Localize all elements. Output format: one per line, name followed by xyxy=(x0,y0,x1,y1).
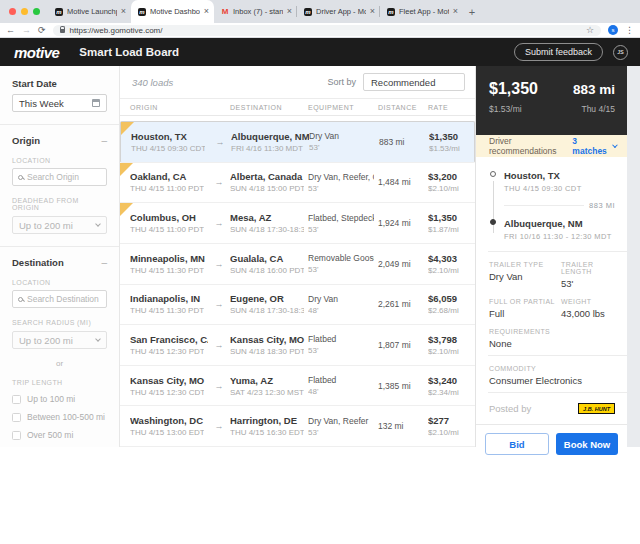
equipment: Dry Van, Reefer, Cone xyxy=(308,172,374,182)
deadhead-label: DEADHEAD FROM ORIGIN xyxy=(12,197,107,211)
search-radius-select[interactable]: Up to 200 mi xyxy=(12,331,107,349)
load-row-selected[interactable]: Houston, TXTHU 4/15 09:30 CDT → Albuquer… xyxy=(120,121,475,163)
destination-search-input[interactable] xyxy=(27,294,101,304)
rate: $277 xyxy=(428,415,471,426)
close-window-icon[interactable] xyxy=(9,8,16,15)
rate-per-mile: $2.10/mi xyxy=(428,184,471,193)
chevron-down-icon xyxy=(612,142,617,147)
tab-close-icon[interactable]: × xyxy=(287,7,292,16)
load-row[interactable]: Minneapolis, MNTHU 4/15 11:30 PDT → Gual… xyxy=(120,244,475,285)
load-row[interactable]: Indianapolis, INTHU 4/15 11:30 PDT → Eug… xyxy=(120,285,475,326)
deadhead-select[interactable]: Up to 200 mi xyxy=(12,216,107,234)
commodity-value: Consumer Electronics xyxy=(489,375,617,386)
load-row[interactable]: Columbus, OHTHU 4/15 11:00 PDT → Mesa, A… xyxy=(120,203,475,244)
rate: $3,798 xyxy=(428,334,471,345)
load-row[interactable]: San Francisco, CATHU 4/15 12:30 PDT → Ka… xyxy=(120,325,475,366)
or-divider-label: or xyxy=(12,359,107,368)
browser-tab-fleet-app[interactable]: m Fleet App - Motive × xyxy=(380,0,463,23)
browser-tab-driver-app[interactable]: m Driver App - Motive × xyxy=(297,0,380,23)
price-summary-card: $1,350 883 mi $1.53/mi Thu 4/15 xyxy=(476,66,627,135)
dest-city: Gualala, CA xyxy=(230,253,304,264)
matches-link[interactable]: 3 matches xyxy=(572,136,617,156)
trip-length-option[interactable]: Up to 100 mi xyxy=(12,394,107,404)
origin-time: THU 4/15 09:30 CDT xyxy=(131,144,205,153)
col-distance: DISTANCE xyxy=(378,104,428,111)
checkbox-icon[interactable] xyxy=(12,431,21,440)
bookmark-star-icon[interactable]: ☆ xyxy=(586,25,594,35)
checkbox-icon[interactable] xyxy=(12,413,21,422)
origin-search-box[interactable] xyxy=(12,168,107,186)
distance: 1,807 mi xyxy=(378,340,428,350)
distance: 1,924 mi xyxy=(378,218,428,228)
timeline-connector xyxy=(493,181,494,233)
destination-stop: Albuquerque, NM FRI 10/16 11:30 - 12:30 … xyxy=(504,218,615,241)
motive-favicon: m xyxy=(304,8,312,16)
origin-time: THU 4/15 13:00 EDT xyxy=(130,428,204,437)
bid-button[interactable]: Bid xyxy=(485,433,549,455)
distance: 1,484 mi xyxy=(378,177,428,187)
list-toolbar: 340 loads Sort by Recommended xyxy=(120,66,475,99)
origin-search-input[interactable] xyxy=(27,172,101,182)
new-tab-button[interactable]: + xyxy=(463,0,481,23)
dest-city: Albuquerque, NM xyxy=(504,218,615,229)
checkbox-icon[interactable] xyxy=(12,395,21,404)
route-timeline: Houston, TX THU 4/15 09:30 CDT 883 MI Al… xyxy=(476,157,627,251)
destination-search-box[interactable] xyxy=(12,290,107,308)
browser-tab-motive-launchpad[interactable]: m Motive Launchpad × xyxy=(48,0,131,23)
browser-menu-icon[interactable]: ⋮ xyxy=(625,25,634,35)
origin-city: Washington, DC xyxy=(130,415,204,426)
lock-icon xyxy=(60,29,65,33)
trip-length-option[interactable]: Over 500 mi xyxy=(12,430,107,440)
sort-select[interactable]: Recommended xyxy=(363,73,465,91)
rate-per-mile: $1.53/mi xyxy=(429,144,464,153)
browser-tab-motive-dashboard[interactable]: m Motive Dashboard × xyxy=(131,0,214,23)
filters-sidebar: Start Date This Week Origin – LOCATION D… xyxy=(0,66,120,447)
forward-icon[interactable]: → xyxy=(22,26,31,35)
motive-logo[interactable]: motive xyxy=(14,44,59,61)
address-bar[interactable]: https://web.gomotive.com/ ☆ xyxy=(53,25,601,36)
tab-title: Driver App - Motive xyxy=(316,7,366,16)
reload-icon[interactable]: ⟳ xyxy=(38,26,46,35)
divider xyxy=(0,124,119,125)
start-date-select[interactable]: This Week xyxy=(12,94,107,112)
app-window: motive Smart Load Board Submit feedback … xyxy=(0,38,640,447)
dest-time: FRI 10/16 11:30 - 12:30 MDT xyxy=(504,232,615,241)
dest-city: Kansas City, MO xyxy=(230,334,304,345)
detail-footer: Bid Book Now xyxy=(476,424,627,465)
minimize-window-icon[interactable] xyxy=(21,8,28,15)
leg-distance: 883 MI xyxy=(589,201,615,210)
weight-label: WEIGHT xyxy=(561,298,617,305)
submit-feedback-button[interactable]: Submit feedback xyxy=(514,43,603,61)
collapse-destination-icon[interactable]: – xyxy=(101,258,107,268)
posted-by-row: Posted by J.B. HUNT xyxy=(476,393,627,424)
tab-close-icon[interactable]: × xyxy=(370,7,375,16)
detail-date: Thu 4/15 xyxy=(581,104,615,114)
load-row[interactable]: Washington, DCTHU 4/15 13:00 EDT → Harri… xyxy=(120,406,475,447)
equipment: Removable Goosenec xyxy=(308,253,374,263)
route-arrow-icon: → xyxy=(208,177,230,187)
collapse-origin-icon[interactable]: – xyxy=(101,136,107,146)
load-detail-panel: $1,350 883 mi $1.53/mi Thu 4/15 Driver r… xyxy=(475,66,627,447)
dest-city: Albuquerque, NM xyxy=(231,131,305,142)
load-row[interactable]: Kansas City, MOTHU 4/15 12:30 CDT → Yuma… xyxy=(120,366,475,407)
browser-tab-inbox[interactable]: M Inbox (7) - stan.marshal@trucki × xyxy=(214,0,297,23)
maximize-window-icon[interactable] xyxy=(33,8,40,15)
rate-per-mile: $2.10/mi xyxy=(428,347,471,356)
url-text[interactable]: https://web.gomotive.com/ xyxy=(70,26,581,35)
back-icon[interactable]: ← xyxy=(6,26,15,35)
book-now-button[interactable]: Book Now xyxy=(556,433,618,455)
rate-per-mile: $2.10/mi xyxy=(428,266,471,275)
user-avatar[interactable]: JS xyxy=(613,45,628,60)
tab-close-icon[interactable]: × xyxy=(204,7,209,16)
search-radius-value: Up to 200 mi xyxy=(19,335,73,346)
trip-length-option[interactable]: Between 100-500 mi xyxy=(12,412,107,422)
checkbox-label: Between 100-500 mi xyxy=(27,412,105,422)
rate: $3,240 xyxy=(428,375,471,386)
distance: 1,385 mi xyxy=(378,381,428,391)
tab-close-icon[interactable]: × xyxy=(121,7,126,16)
load-row[interactable]: Oakland, CATHU 4/15 11:00 PDT → Alberta,… xyxy=(120,163,475,204)
macos-window-controls[interactable] xyxy=(0,0,48,23)
browser-profile-avatar[interactable]: s xyxy=(608,25,618,35)
tab-close-icon[interactable]: × xyxy=(453,7,458,16)
detail-miles: 883 mi xyxy=(573,82,615,97)
